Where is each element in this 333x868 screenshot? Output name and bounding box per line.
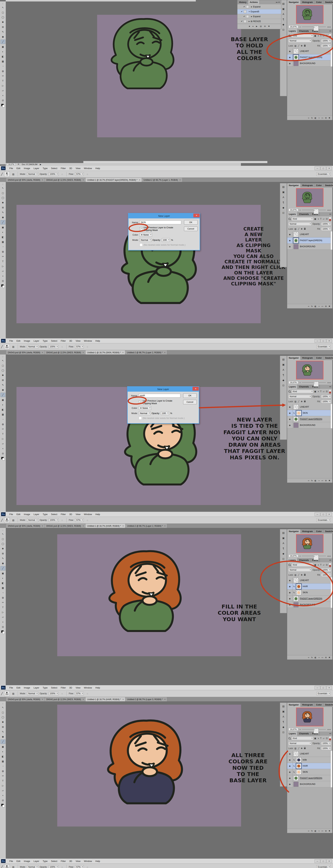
filter-adjustment-layers-icon[interactable]: ◑: [318, 564, 319, 566]
menu-3d[interactable]: 3D: [69, 860, 72, 863]
dodge-tool[interactable]: ◍: [1, 769, 5, 773]
tab-navigator[interactable]: Navigator: [287, 183, 301, 187]
menu-type[interactable]: Type: [43, 686, 47, 689]
layer-row[interactable]: ◉BACKGROUND: [287, 781, 332, 787]
layer-visibility-cell[interactable]: ◉: [287, 751, 293, 757]
tab-close-icon[interactable]: ×: [82, 179, 84, 181]
kind-filter-select[interactable]: Kind: [292, 390, 313, 393]
layer-visibility-cell[interactable]: ◉: [287, 48, 293, 54]
action-check-icon[interactable]: ✔: [242, 5, 246, 8]
brush-tool[interactable]: ╱: [1, 220, 5, 224]
tab-color[interactable]: Color: [314, 356, 324, 360]
airbrush-icon[interactable]: ◌: [60, 518, 64, 522]
delete-layer-button[interactable]: ✖: [329, 305, 330, 307]
flow-select[interactable]: 57%: [75, 518, 84, 522]
layer-row[interactable]: ◉FAGGIT layer(GREEN): [287, 596, 332, 602]
brush-tool[interactable]: ╱: [1, 566, 5, 570]
gradient-tool[interactable]: ▦: [1, 59, 5, 63]
layer-opacity-select[interactable]: 100%: [321, 742, 331, 745]
layer-row[interactable]: ◉↳HAIR: [287, 763, 332, 769]
tab-close-icon[interactable]: ×: [42, 525, 43, 527]
slider-thumb[interactable]: △: [313, 26, 319, 31]
lock-position-icon[interactable]: ✚: [301, 574, 302, 576]
layer-visibility-cell[interactable]: ◉: [287, 763, 293, 769]
menu-file[interactable]: File: [9, 513, 13, 516]
history-brush-tool[interactable]: ◐: [1, 403, 5, 407]
layer-row[interactable]: ◉BACKGROUND: [287, 244, 332, 250]
zoom-in-icon[interactable]: ▲▲: [327, 555, 331, 557]
brush-panel-toggle-icon[interactable]: ▤: [11, 865, 15, 868]
zoom-tool[interactable]: ◎: [1, 279, 5, 283]
close-button[interactable]: ✕: [326, 686, 332, 689]
layer-style-button[interactable]: fx: [311, 479, 313, 482]
airbrush-icon[interactable]: ◌: [60, 345, 64, 349]
character-panel-icon[interactable]: A: [282, 715, 284, 718]
layer-visibility-cell[interactable]: ◉: [287, 757, 293, 763]
menu-layer[interactable]: Layer: [34, 513, 39, 516]
paragraph-panel-icon[interactable]: ¶: [283, 547, 284, 550]
new-group-button[interactable]: ▭: [321, 479, 323, 482]
zoom-in-icon[interactable]: ▲▲: [327, 728, 331, 730]
eraser-tool[interactable]: ◧: [1, 235, 5, 239]
layer-row[interactable]: ◉LINEART: [287, 578, 332, 584]
document-tab[interactable]: DNS42.psd @ 12,5% (SKES, RGB/8)×: [45, 178, 86, 182]
document-tab[interactable]: DNS43.psd @ 50% (skefa, RGB/8)×: [6, 350, 45, 355]
magic-wand-tool[interactable]: ✱: [1, 201, 5, 205]
eyedropper-tool[interactable]: ✎: [1, 556, 5, 560]
hand-tool[interactable]: ◖: [1, 793, 5, 797]
airbrush-pressure-icon[interactable]: ◌: [85, 692, 90, 695]
menu-filter[interactable]: Filter: [61, 167, 66, 169]
healing-brush-tool[interactable]: ◉: [1, 561, 5, 565]
restore-button[interactable]: ▢: [321, 166, 326, 170]
hand-tool[interactable]: ◖: [1, 620, 5, 624]
3d-panel-icon[interactable]: ◆: [282, 206, 285, 209]
crop-tool[interactable]: ⊞: [1, 25, 5, 29]
minimize-button[interactable]: —: [314, 339, 320, 343]
add-mask-button[interactable]: ◧: [314, 117, 317, 119]
brush-tool[interactable]: ╱: [1, 393, 5, 397]
eyedropper-tool[interactable]: ✎: [1, 383, 5, 387]
layer-row[interactable]: ◉LINEART: [287, 48, 332, 54]
lock-position-icon[interactable]: ✚: [301, 228, 302, 230]
new-layer-button[interactable]: ⊞: [325, 830, 327, 832]
restore-button[interactable]: ▢: [321, 513, 326, 516]
tab-histogram[interactable]: Histogram: [301, 183, 314, 187]
brush-panel-toggle-icon[interactable]: ▤: [11, 172, 15, 176]
path-select-tool[interactable]: ▷: [1, 437, 5, 441]
menu-3d[interactable]: 3D: [69, 513, 72, 516]
document-tab[interactable]: Untitled-2 @ 66,7% (Layer 3, RGB/8) *×: [125, 697, 167, 702]
lock-all-icon[interactable]: [304, 45, 306, 46]
menu-file[interactable]: File: [9, 167, 13, 169]
filter-pixel-layers-icon[interactable]: ▣: [314, 35, 316, 37]
crop-tool[interactable]: ⊞: [1, 206, 5, 210]
filter-adjustment-layers-icon[interactable]: ◑: [318, 390, 319, 393]
layer-row[interactable]: ◉LINEART: [287, 231, 332, 238]
opacity-select[interactable]: 100%: [49, 345, 59, 348]
clone-source-icon[interactable]: ▣: [282, 7, 285, 10]
workspace-select[interactable]: Essentials: [317, 345, 331, 348]
healing-brush-tool[interactable]: ◉: [1, 735, 5, 739]
tab-swatches[interactable]: Swatches: [324, 183, 333, 187]
brush-presets-icon[interactable]: ▤: [282, 705, 285, 708]
flow-select[interactable]: 57%: [75, 345, 84, 348]
shape-tool[interactable]: ▱: [1, 89, 5, 93]
marquee-tool[interactable]: ▢: [1, 191, 5, 195]
brush-size-picker[interactable]: 74: [4, 172, 10, 177]
filter-adjustment-layers-icon[interactable]: ◑: [318, 737, 319, 740]
layer-row[interactable]: ◉FAGGIT layer(GREEN): [287, 54, 332, 60]
zoom-out-icon[interactable]: ▲: [299, 209, 301, 211]
layer-visibility-cell[interactable]: ◉: [287, 596, 293, 601]
eraser-tool[interactable]: ◧: [1, 754, 5, 758]
tab-close-icon[interactable]: ×: [82, 351, 84, 354]
clone-source-icon[interactable]: ▣: [282, 363, 285, 366]
workspace-select[interactable]: Essentials: [317, 173, 331, 176]
document-tab[interactable]: DNS43.psd @ 50% (skefa, RGB/8)×: [6, 524, 45, 528]
brush-panel-toggle-icon[interactable]: ▤: [11, 692, 15, 695]
crop-tool[interactable]: ⊞: [1, 552, 5, 556]
action-dialog-toggle[interactable]: [246, 15, 249, 18]
tab-close-icon[interactable]: ×: [42, 351, 43, 354]
adjustment-layer-button[interactable]: ◑: [319, 117, 320, 119]
lock-pixels-icon[interactable]: ╱: [298, 747, 299, 750]
new-group-button[interactable]: ▭: [321, 830, 323, 832]
menu-layer[interactable]: Layer: [34, 860, 39, 863]
